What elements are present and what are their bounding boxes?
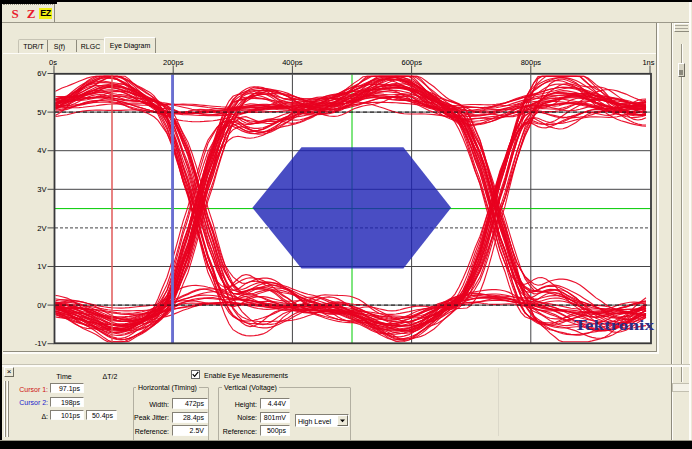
svg-text:2V: 2V	[37, 224, 46, 233]
svg-text:1ns: 1ns	[642, 58, 654, 67]
svg-text:800ps: 800ps	[521, 58, 542, 67]
svg-text:6V: 6V	[37, 69, 46, 78]
svg-text:1V: 1V	[37, 262, 46, 271]
svg-text:4V: 4V	[37, 146, 46, 155]
svg-text:400ps: 400ps	[282, 58, 303, 67]
svg-text:Tektronix: Tektronix	[574, 317, 655, 333]
svg-text:5V: 5V	[37, 108, 46, 117]
svg-text:600ps: 600ps	[401, 58, 422, 67]
svg-text:3V: 3V	[37, 185, 46, 194]
svg-text:200ps: 200ps	[163, 58, 184, 67]
svg-text:-1V: -1V	[35, 339, 47, 348]
svg-text:0V: 0V	[37, 301, 46, 310]
svg-text:0s: 0s	[49, 58, 57, 67]
